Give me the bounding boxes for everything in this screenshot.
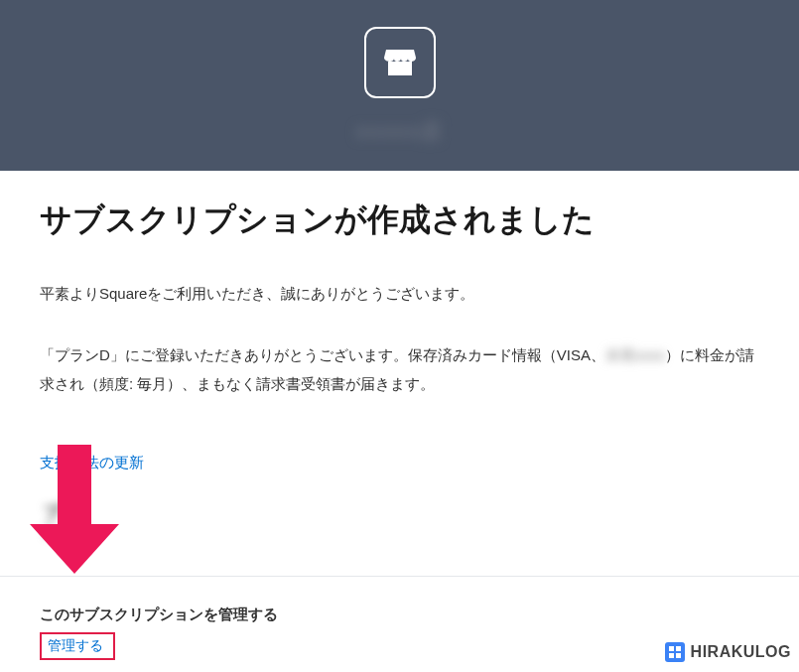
header: xxxxx店 [0,0,799,171]
greeting-text: 平素よりSquareをご利用いただき、誠にありがとうございます。 [40,282,759,306]
detail-text: 「プランD」にご登録いただきありがとうございます。保存済みカード情報（VISA、… [40,341,759,398]
detail-part1: 「プランD」にご登録いただきありがとうございます。保存済みカード情報（VISA、 [40,346,605,363]
content-area: サブスクリプションが作成されました 平素よりSquareをご利用いただき、誠にあ… [0,171,799,472]
manage-link-highlight: 管理する [40,632,115,660]
watermark: HIRAKULOG [665,642,791,662]
store-icon-box [364,27,436,98]
store-icon [383,48,417,77]
card-masked-blurred: 末尾xxxx [605,341,665,370]
watermark-icon [665,642,685,662]
store-name-blurred: xxxxx店 [356,118,444,145]
plan-label-blurred: プ [44,500,62,524]
manage-link[interactable]: 管理する [48,637,103,653]
divider [0,576,799,577]
page-title: サブスクリプションが作成されました [40,199,759,242]
svg-rect-0 [388,62,412,75]
watermark-text-wrap: HIRAKULOG [691,643,791,661]
manage-title: このサブスクリプションを管理する [40,605,278,624]
plan-price-blurred: ¥x,x00 [44,524,90,542]
manage-section: このサブスクリプションを管理する 管理する [40,605,278,660]
update-payment-link[interactable]: 支払方法の更新 [40,454,144,472]
watermark-text: HIRAKULOG [691,643,791,661]
